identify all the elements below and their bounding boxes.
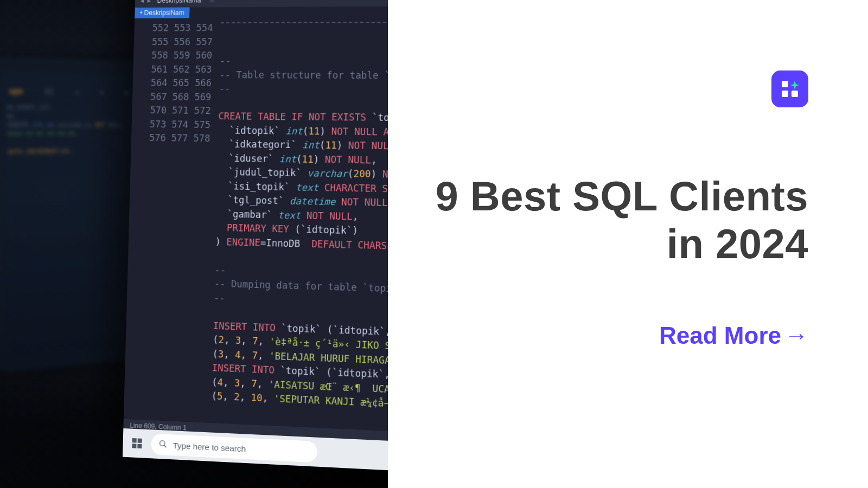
editor-tab-name: DeskripsiNama [157,0,201,4]
search-icon [158,439,168,450]
headline-line-1: 9 Best SQL Clients [435,172,808,220]
tab-dirty-dot-icon [209,0,214,2]
windows-icon [132,438,142,448]
svg-marker-9 [790,81,799,89]
file-tab-row: • DeskripsiNam [135,6,388,18]
svg-rect-6 [782,81,788,87]
content-panel: 9 Best SQL Clients in 2024 Read More→ [388,0,868,488]
start-button[interactable] [126,432,148,455]
brand-logo-icon [778,78,801,100]
taskbar-search[interactable]: Type here to search [151,434,317,463]
tablet-tab: ≈ [100,88,104,97]
tablet-tab: ≡ [124,88,129,97]
file-tab[interactable]: • DeskripsiNam [135,8,190,18]
code-body: -- -- Table structure for table ` -- CRE… [211,26,388,415]
tablet-tab: ✦ [75,87,80,96]
code-editor[interactable]: 552 553 554 555 556 557 558 559 560 561 … [124,17,388,435]
svg-rect-0 [132,438,137,442]
read-more-label: Read More [659,322,781,349]
svg-rect-1 [138,438,142,443]
monitor: OPEN FILES ◂ ▸ DeskripsiNama • Deskripsi… [123,0,388,475]
hero-photo-panel: upn AI ✦ ≈ ≡ ep_model_int, ep CREATE afk… [0,0,388,488]
line-gutter: 552 553 554 555 556 557 558 559 560 561 … [124,21,221,423]
search-placeholder: Type here to search [173,440,246,453]
svg-rect-3 [137,444,142,449]
svg-rect-2 [132,444,136,448]
brand-logo [771,70,808,107]
article-headline: 9 Best SQL Clients in 2024 [435,172,808,268]
read-more-link[interactable]: Read More→ [659,322,808,349]
svg-line-5 [164,445,166,447]
headline-line-2: in 2024 [435,220,808,268]
tablet-tab: AI [44,87,54,96]
arrow-right-icon: → [784,322,808,349]
svg-rect-7 [782,91,788,97]
ruler [221,22,388,23]
nav-arrows-icon: ◂ ▸ [141,0,152,4]
tablet-tab: upn [9,86,23,95]
svg-rect-8 [792,91,798,97]
